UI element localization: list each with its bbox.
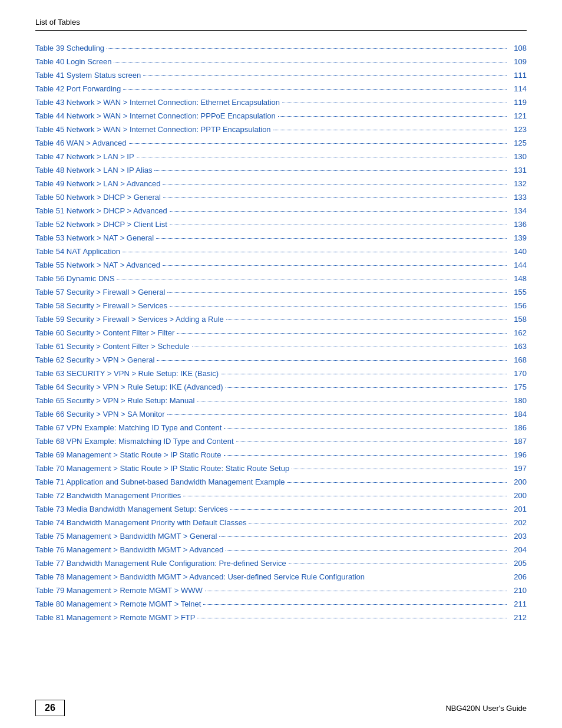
toc-item: Table 53 Network > NAT > General139: [35, 232, 527, 244]
toc-dots: [282, 103, 507, 103]
toc-dots: [287, 482, 507, 483]
toc-link[interactable]: Table 76 Management > Bandwidth MGMT > A…: [35, 544, 223, 556]
toc-link[interactable]: Table 61 Security > Content Filter > Sch…: [35, 341, 190, 353]
toc-link[interactable]: Table 39 Scheduling: [35, 42, 104, 54]
toc-link[interactable]: Table 50 Network > DHCP > General: [35, 192, 161, 203]
toc-page-number: 206: [509, 571, 527, 583]
toc-list: Table 39 Scheduling108Table 40 Login Scr…: [35, 42, 527, 624]
toc-link[interactable]: Table 42 Port Forwarding: [35, 83, 121, 95]
toc-dots: [177, 333, 507, 334]
toc-link[interactable]: Table 64 Security > VPN > Rule Setup: IK…: [35, 381, 223, 393]
toc-link[interactable]: Table 68 VPN Example: Mismatching ID Typ…: [35, 436, 234, 447]
toc-link[interactable]: Table 49 Network > LAN > Advanced: [35, 178, 160, 190]
toc-dots: [163, 184, 507, 185]
toc-item: Table 57 Security > Firewall > General15…: [35, 286, 527, 298]
toc-link[interactable]: Table 59 Security > Firewall > Services …: [35, 314, 224, 325]
toc-link[interactable]: Table 66 Security > VPN > SA Monitor: [35, 409, 165, 420]
toc-page-number: 136: [509, 219, 527, 230]
toc-link[interactable]: Table 60 Security > Content Filter > Fil…: [35, 327, 174, 339]
toc-page-number: 180: [509, 395, 527, 407]
page-number: 26: [35, 700, 65, 716]
toc-link[interactable]: Table 53 Network > NAT > General: [35, 232, 154, 244]
toc-dots: [163, 265, 507, 266]
toc-dots: [143, 75, 507, 76]
toc-page-number: 114: [509, 83, 527, 95]
toc-dots: [224, 428, 507, 429]
page-container: List of Tables Table 39 Scheduling108Tab…: [0, 0, 562, 661]
toc-page-number: 196: [509, 449, 527, 461]
toc-page-number: 163: [509, 341, 527, 353]
toc-item: Table 56 Dynamic DNS148: [35, 273, 527, 285]
toc-link[interactable]: Table 74 Bandwidth Management Priority w…: [35, 517, 246, 529]
toc-link[interactable]: Table 57 Security > Firewall > General: [35, 286, 165, 298]
toc-link[interactable]: Table 69 Management > Static Route > IP …: [35, 449, 222, 461]
toc-item: Table 70 Management > Static Route > IP …: [35, 463, 527, 475]
toc-link[interactable]: Table 43 Network > WAN > Internet Connec…: [35, 97, 280, 108]
toc-link[interactable]: Table 62 Security > VPN > General: [35, 354, 154, 366]
toc-link[interactable]: Table 44 Network > WAN > Internet Connec…: [35, 110, 276, 122]
toc-dots: [154, 170, 507, 171]
toc-item: Table 52 Network > DHCP > Client List136: [35, 219, 527, 230]
toc-dots: [203, 604, 507, 605]
toc-link[interactable]: Table 77 Bandwidth Management Rule Confi…: [35, 558, 286, 569]
toc-item: Table 60 Security > Content Filter > Fil…: [35, 327, 527, 339]
toc-link[interactable]: Table 67 VPN Example: Matching ID Type a…: [35, 422, 222, 434]
toc-dots: [205, 591, 507, 591]
toc-link[interactable]: Table 51 Network > DHCP > Advanced: [35, 205, 167, 217]
toc-page-number: 134: [509, 205, 527, 217]
toc-link[interactable]: Table 63 SECURITY > VPN > Rule Setup: IK…: [35, 368, 219, 380]
toc-page-number: 211: [509, 598, 527, 610]
toc-dots: [278, 116, 507, 117]
toc-dots: [230, 509, 507, 510]
toc-link[interactable]: Table 41 System Status screen: [35, 70, 141, 81]
footer-guide-title: NBG420N User's Guide: [445, 704, 527, 713]
toc-item: Table 44 Network > WAN > Internet Connec…: [35, 110, 527, 122]
toc-page-number: 156: [509, 300, 527, 312]
toc-link[interactable]: Table 46 WAN > Advanced: [35, 137, 127, 149]
toc-dots: [107, 48, 507, 49]
toc-dots: [219, 536, 507, 537]
toc-item: Table 41 System Status screen111: [35, 70, 527, 81]
toc-page-number: 111: [509, 70, 527, 81]
toc-link[interactable]: Table 78 Management > Bandwidth MGMT > A…: [35, 571, 365, 583]
toc-link[interactable]: Table 48 Network > LAN > IP Alias: [35, 164, 152, 176]
toc-link[interactable]: Table 47 Network > LAN > IP: [35, 151, 134, 163]
toc-link[interactable]: Table 70 Management > Static Route > IP …: [35, 463, 289, 475]
toc-link[interactable]: Table 79 Management > Remote MGMT > WWW: [35, 585, 203, 597]
toc-link[interactable]: Table 40 Login Screen: [35, 56, 111, 68]
toc-page-number: 140: [509, 246, 527, 258]
toc-link[interactable]: Table 55 Network > NAT > Advanced: [35, 259, 160, 271]
toc-page-number: 109: [509, 56, 527, 68]
toc-page-number: 184: [509, 409, 527, 420]
toc-link[interactable]: Table 56 Dynamic DNS: [35, 273, 114, 285]
toc-link[interactable]: Table 72 Bandwidth Management Priorities: [35, 490, 181, 502]
toc-item: Table 45 Network > WAN > Internet Connec…: [35, 124, 527, 136]
toc-link[interactable]: Table 52 Network > DHCP > Client List: [35, 219, 167, 230]
toc-page-number: 108: [509, 42, 527, 54]
toc-page-number: 210: [509, 585, 527, 597]
page-header: List of Tables: [35, 18, 527, 31]
toc-link[interactable]: Table 65 Security > VPN > Rule Setup: Ma…: [35, 395, 194, 407]
toc-link[interactable]: Table 73 Media Bandwidth Management Setu…: [35, 503, 228, 515]
toc-page-number: 201: [509, 503, 527, 515]
toc-link[interactable]: Table 45 Network > WAN > Internet Connec…: [35, 124, 271, 136]
toc-page-number: 186: [509, 422, 527, 434]
toc-item: Table 61 Security > Content Filter > Sch…: [35, 341, 527, 353]
toc-item: Table 40 Login Screen109: [35, 56, 527, 68]
toc-item: Table 68 VPN Example: Mismatching ID Typ…: [35, 436, 527, 447]
toc-link[interactable]: Table 54 NAT Application: [35, 246, 120, 258]
toc-dots: [157, 360, 507, 361]
toc-page-number: 170: [509, 368, 527, 380]
toc-page-number: 130: [509, 151, 527, 163]
toc-link[interactable]: Table 75 Management > Bandwidth MGMT > G…: [35, 531, 217, 542]
toc-item: Table 76 Management > Bandwidth MGMT > A…: [35, 544, 527, 556]
toc-link[interactable]: Table 71 Application and Subnet-based Ba…: [35, 476, 285, 488]
toc-item: Table 81 Management > Remote MGMT > FTP2…: [35, 612, 527, 624]
toc-item: Table 47 Network > LAN > IP130: [35, 151, 527, 163]
toc-item: Table 51 Network > DHCP > Advanced134: [35, 205, 527, 217]
toc-page-number: 133: [509, 192, 527, 203]
toc-link[interactable]: Table 81 Management > Remote MGMT > FTP: [35, 612, 195, 624]
toc-link[interactable]: Table 80 Management > Remote MGMT > Teln…: [35, 598, 201, 610]
toc-dots: [123, 252, 507, 252]
toc-link[interactable]: Table 58 Security > Firewall > Services: [35, 300, 167, 312]
